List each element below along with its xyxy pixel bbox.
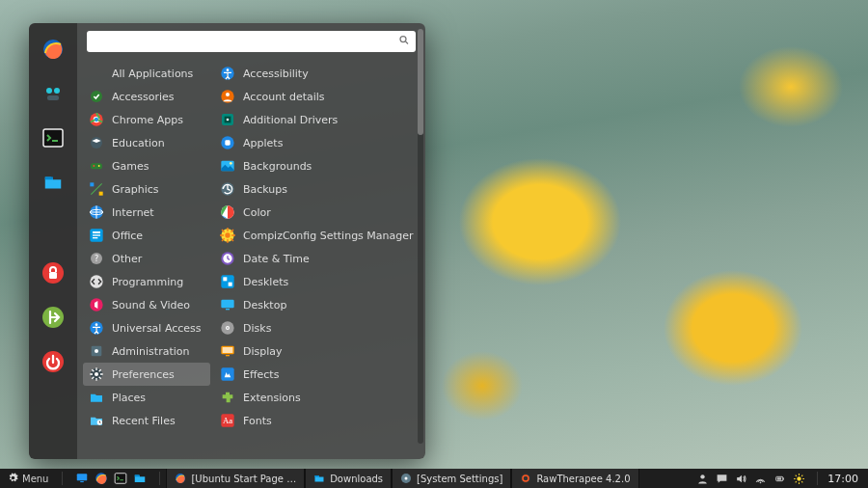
tray-user[interactable] [693, 469, 711, 488]
tray-volume[interactable] [732, 469, 749, 488]
app-date-time[interactable]: Date & Time [214, 247, 421, 270]
svg-text:?: ? [95, 255, 98, 263]
category-games[interactable]: Games [83, 154, 210, 177]
launcher-files[interactable] [130, 469, 149, 488]
favorite-firefox[interactable] [40, 37, 67, 64]
app-compizconfig-settings-manager[interactable]: CompizConfig Settings Manager [214, 224, 421, 247]
svg-point-45 [227, 119, 230, 122]
task-rawtherapee-4-2-0[interactable]: RawTherapee 4.2.0 [511, 469, 638, 488]
brightness-icon [793, 473, 805, 485]
category-all-applications[interactable]: All Applications [83, 62, 210, 85]
category-preferences[interactable]: Preferences [83, 363, 210, 386]
panel-clock[interactable]: 17:00 [824, 473, 868, 485]
category-label: Universal Access [112, 322, 202, 335]
svg-rect-4 [43, 129, 63, 147]
tray-brightness[interactable] [790, 469, 807, 488]
svg-rect-25 [93, 231, 100, 233]
svg-point-81 [700, 474, 704, 478]
category-universal-access[interactable]: Universal Access [83, 316, 210, 339]
app-effects[interactable]: Effects [214, 363, 421, 386]
app-accessibility[interactable]: Accessibility [214, 62, 421, 85]
effects-icon [220, 366, 235, 382]
tray-battery[interactable] [771, 469, 788, 488]
category-accessories[interactable]: Accessories [83, 85, 210, 108]
category-office[interactable]: Office [83, 224, 210, 247]
svg-point-37 [95, 372, 98, 376]
app-label: Fonts [243, 415, 272, 427]
favorite-logout[interactable] [40, 305, 67, 332]
display-icon [220, 343, 235, 359]
app-desktop[interactable]: Desktop [214, 293, 421, 316]
category-label: Chrome Apps [112, 114, 183, 126]
app-account-details[interactable]: Account details [214, 85, 421, 108]
app-disks[interactable]: Disks [214, 316, 421, 339]
menu-scrollbar[interactable] [418, 29, 423, 444]
task-ubuntu-start-page[interactable]: [Ubuntu Start Page … [166, 469, 305, 488]
favorite-lock[interactable] [40, 260, 67, 287]
svg-point-1 [46, 88, 52, 94]
launcher-desktop[interactable] [72, 469, 92, 488]
category-other[interactable]: ?Other [83, 247, 210, 270]
volume-icon [735, 473, 747, 485]
favorite-hexchat[interactable] [40, 81, 67, 108]
category-places[interactable]: Places [83, 386, 210, 409]
svg-rect-70 [77, 474, 88, 480]
menu-button[interactable]: Menu [0, 469, 56, 488]
disks-icon [220, 320, 235, 336]
svg-point-35 [95, 349, 98, 353]
app-backgrounds[interactable]: Backgrounds [214, 154, 421, 177]
launcher-terminal[interactable] [111, 469, 130, 488]
task-downloads[interactable]: Downloads [305, 469, 392, 488]
app-fonts[interactable]: AaFonts [214, 409, 421, 432]
app-additional-drivers[interactable]: Additional Drivers [214, 108, 421, 131]
office-icon [89, 228, 104, 243]
category-education[interactable]: Education [83, 131, 210, 154]
category-recent-files[interactable]: Recent Files [83, 409, 210, 432]
svg-rect-60 [226, 309, 230, 310]
favorite-files[interactable] [40, 170, 67, 197]
favorite-terminal[interactable] [40, 125, 67, 152]
app-color[interactable]: Color [214, 201, 421, 224]
category-label: Internet [112, 206, 154, 219]
desktop[interactable]: All ApplicationsAccessoriesChrome AppsEd… [0, 0, 868, 488]
app-label: Date & Time [243, 253, 310, 265]
app-desklets[interactable]: Desklets [214, 270, 421, 293]
svg-rect-67 [221, 367, 233, 380]
category-label: Accessories [112, 91, 174, 103]
panel-launchers [68, 469, 153, 488]
category-administration[interactable]: Administration [83, 339, 210, 363]
launcher-firefox[interactable] [92, 469, 111, 488]
firefox-icon [95, 472, 108, 485]
app-label: Desklets [243, 276, 288, 288]
app-display[interactable]: Display [214, 339, 421, 363]
app-extensions[interactable]: Extensions [214, 386, 421, 409]
category-sound-video[interactable]: Sound & Video [83, 293, 210, 316]
access-blue-icon [220, 66, 235, 81]
chrome-icon [89, 112, 104, 127]
category-chrome-apps[interactable]: Chrome Apps [83, 108, 210, 131]
svg-rect-27 [93, 237, 97, 238]
app-label: Accessibility [243, 68, 309, 80]
category-programming[interactable]: Programming [83, 270, 210, 293]
task-system-settings[interactable]: [System Settings] [392, 469, 511, 488]
app-label: Effects [243, 368, 279, 381]
category-label: Graphics [112, 183, 159, 196]
svg-rect-59 [221, 300, 233, 309]
tray-network[interactable] [751, 469, 769, 488]
lock-icon [41, 261, 65, 287]
datetime-icon [220, 251, 235, 266]
menu-search[interactable] [87, 31, 416, 52]
category-internet[interactable]: Internet [83, 201, 210, 224]
tray-chat[interactable] [713, 469, 730, 488]
rawtherapee-icon [520, 473, 531, 484]
app-label: Backgrounds [243, 160, 312, 173]
app-applets[interactable]: Applets [214, 131, 421, 154]
search-input[interactable] [87, 31, 416, 52]
task-label: Downloads [330, 474, 383, 484]
category-graphics[interactable]: Graphics [83, 177, 210, 201]
app-backups[interactable]: Backups [214, 177, 421, 201]
svg-rect-74 [135, 475, 140, 477]
education-icon [89, 135, 104, 150]
svg-rect-73 [116, 474, 127, 484]
favorite-power[interactable] [40, 349, 67, 376]
